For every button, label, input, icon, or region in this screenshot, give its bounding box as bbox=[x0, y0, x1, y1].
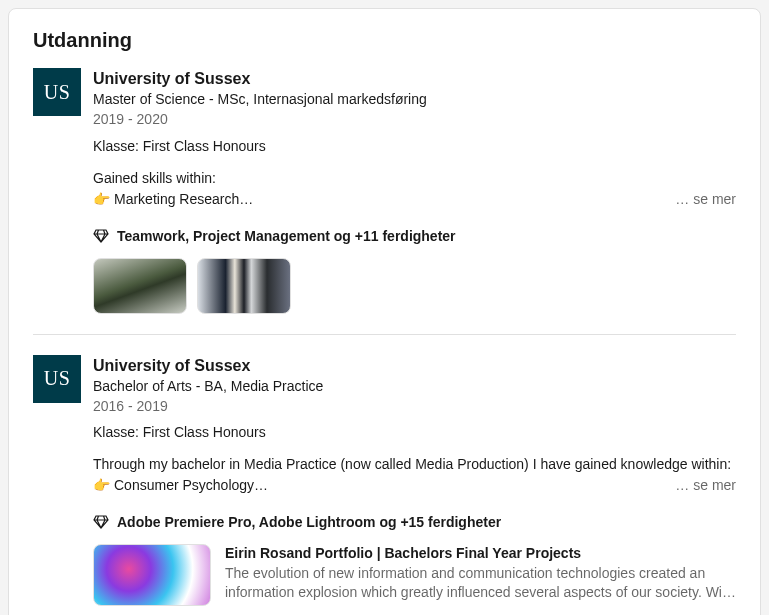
see-more-button[interactable]: … se mer bbox=[667, 189, 736, 210]
degree-text: Master of Science - MSc, Internasjonal m… bbox=[93, 90, 736, 110]
pointing-right-icon: 👉 bbox=[93, 477, 110, 493]
school-logo[interactable]: US bbox=[33, 355, 81, 403]
media-row bbox=[93, 258, 736, 314]
media-thumbnail[interactable] bbox=[197, 258, 291, 314]
media-thumbnail[interactable] bbox=[93, 258, 187, 314]
description-line-1: Through my bachelor in Media Practice (n… bbox=[93, 454, 736, 475]
date-range: 2016 - 2019 bbox=[93, 397, 736, 417]
skills-text: Adobe Premiere Pro, Adobe Lightroom og +… bbox=[117, 514, 501, 530]
grade-text: Klasse: First Class Honours bbox=[93, 138, 736, 154]
diamond-icon bbox=[93, 228, 109, 244]
education-body: University of Sussex Master of Science -… bbox=[93, 68, 736, 314]
media-title: Eirin Rosand Portfolio | Bachelors Final… bbox=[225, 544, 736, 564]
description-block: Through my bachelor in Media Practice (n… bbox=[93, 454, 736, 496]
school-logo[interactable]: US bbox=[33, 68, 81, 116]
media-description: The evolution of new information and com… bbox=[225, 564, 736, 603]
skills-link[interactable]: Teamwork, Project Management og +11 ferd… bbox=[93, 228, 736, 244]
see-more-button[interactable]: … se mer bbox=[667, 475, 736, 496]
grade-text: Klasse: First Class Honours bbox=[93, 424, 736, 440]
media-text-block: Eirin Rosand Portfolio | Bachelors Final… bbox=[225, 544, 736, 606]
description-line-2: 👉Marketing Research… bbox=[93, 189, 667, 210]
description-line-1: Gained skills within: bbox=[93, 168, 736, 189]
education-section-card: Utdanning US University of Sussex Master… bbox=[8, 8, 761, 615]
media-thumbnail bbox=[93, 544, 211, 606]
description-text: Marketing Research… bbox=[114, 191, 253, 207]
media-with-text[interactable]: Eirin Rosand Portfolio | Bachelors Final… bbox=[93, 544, 736, 606]
description-line-2: 👉Consumer Psychology… bbox=[93, 475, 667, 496]
description-block: Gained skills within: 👉Marketing Researc… bbox=[93, 168, 736, 210]
date-range: 2019 - 2020 bbox=[93, 110, 736, 130]
education-body: University of Sussex Bachelor of Arts - … bbox=[93, 355, 736, 607]
skills-text: Teamwork, Project Management og +11 ferd… bbox=[117, 228, 456, 244]
pointing-right-icon: 👉 bbox=[93, 191, 110, 207]
skills-link[interactable]: Adobe Premiere Pro, Adobe Lightroom og +… bbox=[93, 514, 736, 530]
school-name[interactable]: University of Sussex bbox=[93, 68, 736, 90]
diamond-icon bbox=[93, 514, 109, 530]
education-item: US University of Sussex Master of Scienc… bbox=[33, 68, 736, 334]
section-title: Utdanning bbox=[33, 29, 736, 52]
school-name[interactable]: University of Sussex bbox=[93, 355, 736, 377]
description-text: Consumer Psychology… bbox=[114, 477, 268, 493]
degree-text: Bachelor of Arts - BA, Media Practice bbox=[93, 377, 736, 397]
education-item: US University of Sussex Bachelor of Arts… bbox=[33, 334, 736, 615]
